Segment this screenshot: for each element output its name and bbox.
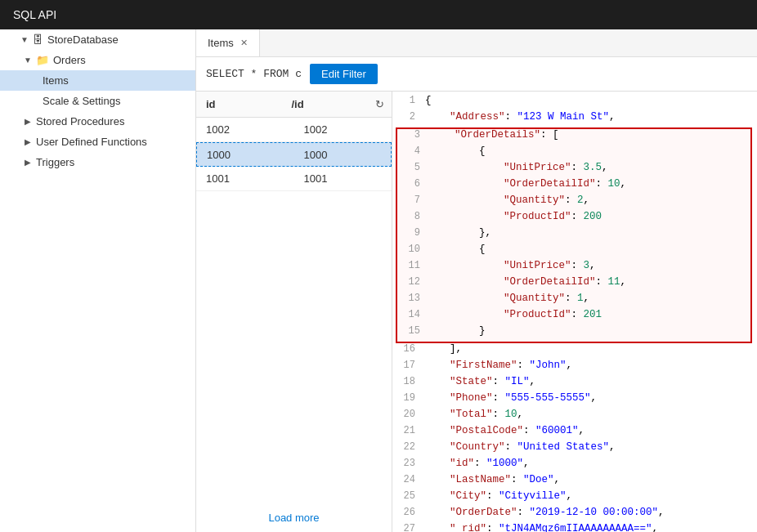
json-line: 27 "_rid": "tJN4AMgz6mIIAAAAAAAAA==", bbox=[392, 523, 757, 532]
sidebar-item-stored-procedures[interactable]: ▶ Stored Procedures bbox=[0, 111, 195, 132]
cell-id: 1000 bbox=[197, 149, 294, 161]
json-line: 19 "Phone": "555-555-5555", bbox=[392, 392, 757, 409]
line-number: 14 bbox=[397, 309, 430, 320]
line-number: 21 bbox=[392, 425, 425, 436]
sidebar-item-orders[interactable]: ▼ 📁 Orders bbox=[0, 50, 195, 70]
table-row[interactable]: 1001 1001 bbox=[196, 167, 392, 191]
table-header: id /id ↻ bbox=[196, 92, 392, 118]
content-area: Items ✕ SELECT * FROM c Edit Filter id /… bbox=[196, 29, 757, 532]
sidebar-item-scale-settings[interactable]: Scale & Settings bbox=[0, 91, 195, 111]
json-line: 6 "OrderDetailId": 10, bbox=[397, 178, 750, 194]
line-number: 6 bbox=[397, 178, 430, 190]
line-number: 25 bbox=[392, 490, 425, 502]
line-content: "Country": "United States", bbox=[425, 441, 757, 453]
line-number: 18 bbox=[392, 376, 425, 387]
line-content: "FirstName": "John", bbox=[425, 360, 757, 371]
line-content: "OrderDetailId": 11, bbox=[430, 276, 750, 288]
line-content: { bbox=[425, 95, 757, 106]
json-line: 10 { bbox=[397, 244, 750, 260]
sidebar-scale-settings-label: Scale & Settings bbox=[43, 95, 120, 107]
main-area: ▼ 🗄 StoreDatabase ▼ 📁 Orders Items Scale… bbox=[0, 29, 757, 532]
json-line: 17 "FirstName": "John", bbox=[392, 360, 757, 376]
line-number: 24 bbox=[392, 474, 425, 485]
line-content: "UnitPrice": 3.5, bbox=[430, 162, 750, 173]
line-number: 13 bbox=[397, 293, 430, 304]
sidebar-triggers-label: Triggers bbox=[36, 156, 74, 168]
column-id: id bbox=[196, 98, 282, 110]
json-line: 23 "id": "1000", bbox=[392, 458, 757, 474]
line-number: 9 bbox=[397, 227, 430, 239]
json-line: 9 }, bbox=[397, 227, 750, 244]
column-slash-id: /id bbox=[282, 98, 368, 110]
json-line: 25 "City": "Cityville", bbox=[392, 490, 757, 507]
line-content: "ProductId": 200 bbox=[430, 211, 750, 222]
table-row[interactable]: 1000 1000 bbox=[196, 142, 392, 167]
chevron-right-icon: ▶ bbox=[23, 158, 33, 168]
json-line: 26 "OrderDate": "2019-12-10 00:00:00", bbox=[392, 507, 757, 523]
json-line: 2 "Address": "123 W Main St", bbox=[392, 111, 757, 127]
refresh-icon[interactable]: ↻ bbox=[367, 98, 392, 110]
table-row[interactable]: 1002 1002 bbox=[196, 118, 392, 142]
line-number: 27 bbox=[392, 523, 425, 532]
load-more-link[interactable]: Load more bbox=[268, 512, 319, 524]
sidebar-item-user-defined-functions[interactable]: ▶ User Defined Functions bbox=[0, 132, 195, 152]
tab-bar: Items ✕ bbox=[196, 29, 757, 57]
line-content: "PostalCode": "60001", bbox=[425, 425, 757, 436]
line-number: 8 bbox=[397, 211, 430, 222]
line-number: 7 bbox=[397, 194, 430, 206]
line-content: "City": "Cityville", bbox=[425, 490, 757, 502]
sidebar-orders-label: Orders bbox=[53, 54, 86, 66]
json-line: 18 "State": "IL", bbox=[392, 376, 757, 392]
line-content: "OrderDetails": [ bbox=[430, 129, 750, 141]
line-content: "Address": "123 W Main St", bbox=[425, 111, 757, 123]
line-number: 16 bbox=[392, 343, 425, 355]
json-line: 3 "OrderDetails": [ bbox=[397, 129, 750, 145]
app-title: SQL API bbox=[13, 8, 56, 21]
sidebar-items-label: Items bbox=[43, 74, 69, 87]
line-content: { bbox=[430, 244, 750, 255]
sidebar-udf-label: User Defined Functions bbox=[36, 136, 147, 148]
line-content: ], bbox=[425, 343, 757, 355]
cell-slash-id: 1000 bbox=[294, 149, 392, 161]
sidebar-item-triggers[interactable]: ▶ Triggers bbox=[0, 152, 195, 172]
table-area: id /id ↻ 1002 1002 1000 1000 1001 1 bbox=[196, 92, 392, 532]
sidebar: ▼ 🗄 StoreDatabase ▼ 📁 Orders Items Scale… bbox=[0, 29, 196, 532]
cell-id: 1002 bbox=[196, 123, 294, 136]
sidebar-item-store-database[interactable]: ▼ 🗄 StoreDatabase bbox=[0, 29, 195, 50]
chevron-right-icon: ▶ bbox=[23, 137, 33, 147]
line-content: "UnitPrice": 3, bbox=[430, 260, 750, 271]
line-number: 1 bbox=[392, 95, 425, 106]
toolbar: SELECT * FROM c Edit Filter bbox=[196, 57, 757, 92]
chevron-down-icon: ▼ bbox=[20, 35, 29, 45]
json-line: 14 "ProductId": 201 bbox=[397, 309, 750, 325]
edit-filter-button[interactable]: Edit Filter bbox=[310, 64, 378, 84]
database-icon: 🗄 bbox=[33, 34, 43, 46]
sidebar-item-items[interactable]: Items bbox=[0, 70, 195, 91]
cell-slash-id: 1002 bbox=[294, 123, 392, 136]
data-panel: id /id ↻ 1002 1002 1000 1000 1001 1 bbox=[196, 92, 757, 532]
chevron-right-icon: ▶ bbox=[23, 117, 33, 127]
close-icon[interactable]: ✕ bbox=[240, 38, 248, 48]
line-content: "_rid": "tJN4AMgz6mIIAAAAAAAAA==", bbox=[425, 523, 757, 532]
json-line: 12 "OrderDetailId": 11, bbox=[397, 276, 750, 293]
cell-slash-id: 1001 bbox=[294, 172, 392, 185]
tab-items[interactable]: Items ✕ bbox=[196, 29, 260, 56]
line-number: 3 bbox=[397, 129, 430, 141]
line-content: }, bbox=[430, 227, 750, 239]
sidebar-stored-procedures-label: Stored Procedures bbox=[36, 115, 124, 127]
line-number: 15 bbox=[397, 325, 430, 337]
json-line: 4 { bbox=[397, 145, 750, 162]
tab-items-label: Items bbox=[208, 37, 234, 49]
line-number: 2 bbox=[392, 111, 425, 123]
cell-id: 1001 bbox=[196, 172, 294, 185]
line-number: 23 bbox=[392, 458, 425, 469]
line-content: "State": "IL", bbox=[425, 376, 757, 387]
folder-icon: 📁 bbox=[36, 54, 49, 66]
line-content: "id": "1000", bbox=[425, 458, 757, 469]
top-bar: SQL API bbox=[0, 0, 757, 29]
line-content: "LastName": "Doe", bbox=[425, 474, 757, 485]
json-viewer: 1{2 "Address": "123 W Main St",3 "OrderD… bbox=[392, 92, 757, 532]
line-content: "Total": 10, bbox=[425, 409, 757, 420]
json-line: 15 } bbox=[397, 325, 750, 342]
json-line: 13 "Quantity": 1, bbox=[397, 293, 750, 309]
